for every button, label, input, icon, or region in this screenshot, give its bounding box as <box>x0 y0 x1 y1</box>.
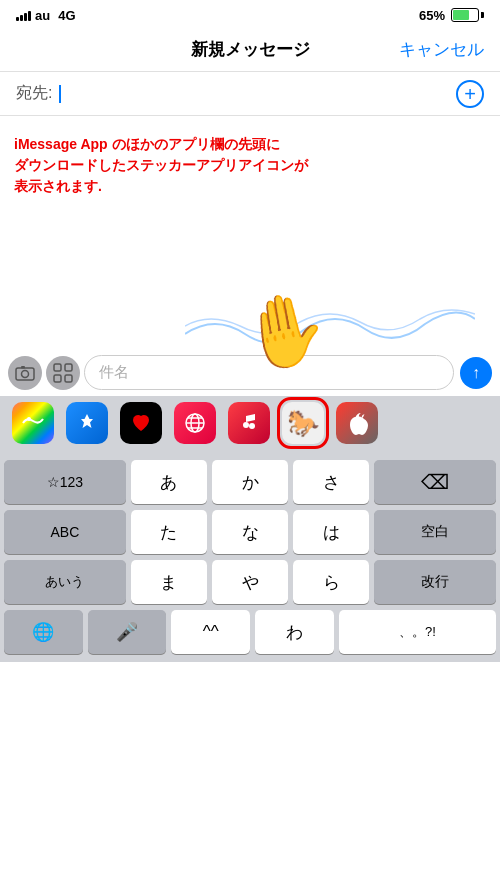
battery-indicator <box>451 8 484 22</box>
wavy-decoration <box>185 304 475 344</box>
key-abc[interactable]: ABC <box>4 510 126 554</box>
apps-icon-button[interactable] <box>46 356 80 390</box>
key-dakuten[interactable]: ^^ <box>171 610 250 654</box>
battery-percent: 65% <box>419 8 445 23</box>
send-button[interactable]: ↑ <box>460 357 492 389</box>
signal-bar-1 <box>16 17 19 21</box>
key-mic[interactable]: 🎤 <box>88 610 167 654</box>
key-sa[interactable]: さ <box>293 460 369 504</box>
message-compose-area: iMessage App のほかのアプリ欄の先頭に ダウンロードしたステッカーア… <box>0 116 500 396</box>
key-ka[interactable]: か <box>212 460 288 504</box>
send-arrow-icon: ↑ <box>472 365 480 381</box>
key-ta[interactable]: た <box>131 510 207 554</box>
carrier-label: au <box>35 8 50 23</box>
keyboard: ☆123 あ か さ ⌫ ABC た な は 空白 あいう ま や ら 改行 🌐… <box>0 454 500 662</box>
globe-app-icon[interactable] <box>174 402 216 444</box>
key-ra[interactable]: ら <box>293 560 369 604</box>
key-delete[interactable]: ⌫ <box>374 460 496 504</box>
signal-bar-4 <box>28 11 31 21</box>
key-aiueo[interactable]: あいう <box>4 560 126 604</box>
status-bar: au 4G 65% <box>0 0 500 28</box>
battery-body <box>451 8 479 22</box>
key-ha[interactable]: は <box>293 510 369 554</box>
svg-point-1 <box>22 370 29 377</box>
svg-rect-6 <box>65 375 72 382</box>
key-space[interactable]: 空白 <box>374 510 496 554</box>
key-na[interactable]: な <box>212 510 288 554</box>
key-wa[interactable]: わ <box>255 610 334 654</box>
network-label: 4G <box>58 8 75 23</box>
signal-bar-3 <box>24 13 27 21</box>
svg-rect-2 <box>21 366 25 369</box>
svg-point-8 <box>27 417 31 421</box>
signal-bar-2 <box>20 15 23 21</box>
to-field[interactable]: 宛先: + <box>0 72 500 116</box>
sticker-icon: 🐎 <box>287 408 319 439</box>
svg-rect-3 <box>54 364 61 371</box>
music-app-icon[interactable] <box>228 402 270 444</box>
key-return[interactable]: 改行 <box>374 560 496 604</box>
key-ma[interactable]: ま <box>131 560 207 604</box>
battery-fill <box>453 10 469 20</box>
svg-point-14 <box>249 423 255 429</box>
battery-tip <box>481 12 484 18</box>
keyboard-row-3: あいう ま や ら 改行 <box>0 554 500 604</box>
app-icons-row: 🐎 <box>0 396 500 454</box>
svg-rect-4 <box>65 364 72 371</box>
keyboard-row-2: ABC た な は 空白 <box>0 504 500 554</box>
key-ya[interactable]: や <box>212 560 288 604</box>
key-a[interactable]: あ <box>131 460 207 504</box>
to-label: 宛先: <box>16 83 52 104</box>
sticker-app-icon[interactable]: 🐎 <box>282 402 324 444</box>
camera-icon-button[interactable] <box>8 356 42 390</box>
keyboard-row-1: ☆123 あ か さ ⌫ <box>0 454 500 504</box>
svg-rect-5 <box>54 375 61 382</box>
green-hand-pointer: 🤚 <box>235 289 333 373</box>
keyboard-row-4: 🌐 🎤 ^^ わ 、。?! <box>0 604 500 662</box>
cancel-button[interactable]: キャンセル <box>399 38 484 61</box>
annotation-text: iMessage App のほかのアプリ欄の先頭に ダウンロードしたステッカーア… <box>14 134 308 197</box>
add-contact-button[interactable]: + <box>456 80 484 108</box>
signal-bars <box>16 9 31 21</box>
key-globe[interactable]: 🌐 <box>4 610 83 654</box>
apple-app-icon[interactable] <box>336 402 378 444</box>
key-punctuation[interactable]: 、。?! <box>339 610 496 654</box>
appstore-app-icon[interactable] <box>66 402 108 444</box>
photos-app-icon[interactable] <box>12 402 54 444</box>
nav-bar: 新規メッセージ キャンセル <box>0 28 500 72</box>
subject-placeholder: 件名 <box>99 363 129 380</box>
heart-app-icon[interactable] <box>120 402 162 444</box>
nav-title: 新規メッセージ <box>191 38 310 61</box>
key-123[interactable]: ☆123 <box>4 460 126 504</box>
status-left: au 4G <box>16 8 76 23</box>
to-input-cursor[interactable] <box>58 84 61 103</box>
status-right: 65% <box>419 8 484 23</box>
